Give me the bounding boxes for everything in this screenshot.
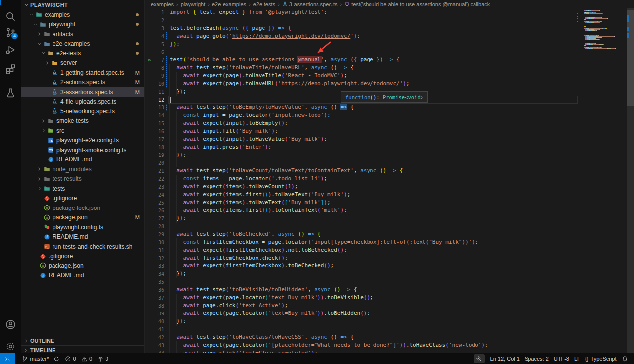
code-line-26[interactable]: 26 await expect(items.first()).toContain… [145, 207, 634, 214]
breadcrumb-item[interactable]: 3-assertions.spec.ts [282, 1, 338, 7]
code-line-29[interactable]: 29 await test.step('toBeChecked', async … [145, 230, 634, 238]
status-branch[interactable]: master* [19, 353, 51, 364]
tree-item-playwright[interactable]: playwright [21, 20, 144, 30]
run-test-icon[interactable]: ▷ [145, 56, 155, 64]
tree-item-src[interactable]: src [21, 126, 144, 136]
tree-item-smoke-tests[interactable]: smoke-tests [21, 116, 144, 126]
code-line-9[interactable]: 9 await expect(page).toHaveTitle('React … [145, 72, 634, 80]
code-editor[interactable]: 1import { test, expect } from '@playwrig… [145, 8, 634, 353]
status-zoom[interactable] [474, 354, 485, 363]
scrollbar-thumb[interactable] [627, 10, 634, 106]
explorer-section-header[interactable]: PLAYWRIGHT [21, 0, 144, 10]
breadcrumb-item[interactable]: examples [151, 1, 174, 7]
tree-item-5-networking-spec-ts[interactable]: 5-networking.spec.ts [21, 106, 144, 116]
tree-item-examples[interactable]: examples [21, 10, 144, 20]
code-line-5[interactable]: 5}); [145, 40, 634, 48]
code-line-30[interactable]: 30 const firstItemCheckbox = page.locato… [145, 238, 634, 246]
code-line-6[interactable]: 6 [145, 48, 634, 56]
code-line-34[interactable]: 34 }); [145, 270, 634, 278]
breadcrumb-item[interactable]: test('should be able to use assertions @… [344, 1, 490, 7]
code-line-39[interactable]: 39 await expect(page.locator('text=Buy m… [145, 310, 634, 317]
code-line-24[interactable]: 24 await expect(items.first()).toHaveTex… [145, 191, 634, 199]
breadcrumb-item[interactable]: playwright [181, 1, 206, 7]
search-icon[interactable] [0, 9, 21, 24]
tree-item-2-actions-spec-ts[interactable]: 2-actions.spec.tsM [21, 78, 144, 88]
tree-item-e2e-examples[interactable]: e2e-examples [21, 39, 144, 49]
editor-scrollbar[interactable] [627, 8, 634, 353]
account-icon[interactable] [0, 317, 21, 332]
code-line-19[interactable]: 19 }); [145, 151, 634, 159]
status-broadcast[interactable]: 0 [95, 353, 111, 364]
code-line-38[interactable]: 38 await page.click('text=Active'); [145, 302, 634, 310]
code-line-20[interactable]: 20 [145, 159, 634, 167]
tree-item-readme-md[interactable]: iREADME.md [21, 232, 144, 242]
status-indentation[interactable]: Spaces: 2 [522, 353, 551, 364]
code-line-41[interactable]: 41 [145, 325, 634, 333]
tree-item-e2e-tests[interactable]: e2e-tests [21, 49, 144, 58]
code-line-4[interactable]: 4 await page.goto('https://demo.playwrig… [145, 32, 634, 40]
tree-item-playwright-e2e-config-ts[interactable]: TSplaywright-e2e.config.ts [21, 136, 144, 146]
run-debug-icon[interactable] [0, 42, 21, 57]
code-line-22[interactable]: 22 const items = page.locator('.todo-lis… [145, 175, 634, 183]
tree-item-node-modules[interactable]: node_modules [21, 164, 144, 174]
code-line-13[interactable]: 13 await test.step('toBeEmpty/toHaveValu… [145, 104, 634, 111]
code-line-16[interactable]: 16 await input.fill('Buy milk'); [145, 127, 634, 135]
status-eol[interactable]: LF [572, 353, 583, 364]
code-line-2[interactable]: 2 [145, 16, 634, 24]
status-language[interactable]: {}TypeScript [583, 353, 619, 364]
tree-item-3-assertions-spec-ts[interactable]: 3-assertions.spec.tsM [21, 87, 144, 97]
tree-item-package-lock-json[interactable]: JSpackage-lock.json [21, 203, 144, 213]
tree-item-readme-md[interactable]: iREADME.md [21, 271, 144, 281]
status-cursor-position[interactable]: Ln 12, Col 1 [488, 353, 522, 364]
tree-item-readme-md[interactable]: iREADME.md [21, 155, 144, 165]
tree-item-package-json[interactable]: JSpackage.jsonM [21, 213, 144, 223]
code-line-21[interactable]: 21 await test.step('toHaveCount/toHaveTe… [145, 167, 634, 175]
tree-item-package-json[interactable]: JSpackage.json [21, 261, 144, 271]
gear-icon[interactable] [0, 339, 21, 354]
code-line-3[interactable]: 3test.beforeEach(async ({ page }) => { [145, 24, 634, 32]
tree-item-server[interactable]: server [21, 58, 144, 68]
status-notifications[interactable] [619, 353, 631, 364]
code-line-28[interactable]: 28 [145, 222, 634, 230]
testing-icon[interactable] [0, 85, 21, 100]
code-line-27[interactable]: 27 }); [145, 214, 634, 222]
code-line-40[interactable]: 40 }); [145, 317, 634, 325]
tree-item-artifacts[interactable]: artifacts [21, 29, 144, 39]
breadcrumb-item[interactable]: e2e-examples [212, 1, 246, 7]
extensions-icon[interactable] [0, 61, 21, 76]
code-line-33[interactable]: 33 await expect(firstItemCheckbox).toBeC… [145, 262, 634, 270]
code-line-14[interactable]: 14 const input = page.locator('input.new… [145, 111, 634, 119]
status-encoding[interactable]: UTF-8 [551, 353, 572, 364]
status-errors[interactable]: 0 [62, 353, 79, 364]
tree-item--gitignore[interactable]: .gitignore [21, 252, 144, 261]
code-line-25[interactable]: 25 await expect(items).toHaveText(['Buy … [145, 199, 634, 207]
status-warnings[interactable]: 0 [79, 353, 95, 364]
code-line-35[interactable]: 35 [145, 278, 634, 286]
tree-item-run-tests-and-check-results-sh[interactable]: >_run-tests-and-check-results.sh [21, 242, 144, 252]
code-line-44[interactable]: 44 await page.click('text=Clear complete… [145, 349, 634, 353]
source-control-icon[interactable]: 4 [0, 25, 21, 40]
breadcrumb-item[interactable]: e2e-tests [253, 1, 275, 7]
code-line-8[interactable]: 8 await test.step('toHaveTitle/toHaveURL… [145, 64, 634, 72]
code-line-36[interactable]: 36 await test.step('toBeVisible/toBeHidd… [145, 286, 634, 294]
tree-item--gitignore[interactable]: .gitignore [21, 194, 144, 204]
tree-item-test-results[interactable]: test-results [21, 174, 144, 184]
code-line-42[interactable]: 42 await test.step('toHaveClass/toHaveCS… [145, 333, 634, 341]
status-sync[interactable] [51, 353, 62, 364]
tree-item-playwright-config-ts[interactable]: playwright.config.ts [21, 222, 144, 232]
tree-item-playwright-smoke-config-ts[interactable]: TSplaywright-smoke.config.ts [21, 145, 144, 155]
code-line-37[interactable]: 37 await expect(page.locator('text=Buy m… [145, 294, 634, 302]
code-line-23[interactable]: 23 await expect(items).toHaveCount(1); [145, 183, 634, 191]
sidebar-section-outline[interactable]: OUTLINE [21, 336, 144, 345]
tree-item-tests[interactable]: tests [21, 184, 144, 194]
tree-item-1-getting-started-spec-ts[interactable]: 1-getting-started.spec.tsM [21, 68, 144, 78]
tree-item-4-file-uploads-spec-ts[interactable]: 4-file-uploads.spec.ts [21, 97, 144, 107]
code-line-32[interactable]: 32 await firstItemCheckbox.check(); [145, 254, 634, 262]
code-line-10[interactable]: 10 await expect(page).toHaveURL('https:/… [145, 80, 634, 88]
code-line-1[interactable]: 1import { test, expect } from '@playwrig… [145, 8, 634, 16]
code-line-15[interactable]: 15 await expect(input).toBeEmpty(); [145, 119, 634, 127]
minimap[interactable] [577, 10, 623, 50]
code-line-17[interactable]: 17 await expect(input).toHaveValue('Buy … [145, 135, 634, 143]
code-line-31[interactable]: 31 await expect(firstItemCheckbox).not.t… [145, 246, 634, 254]
status-remote[interactable] [0, 353, 15, 364]
